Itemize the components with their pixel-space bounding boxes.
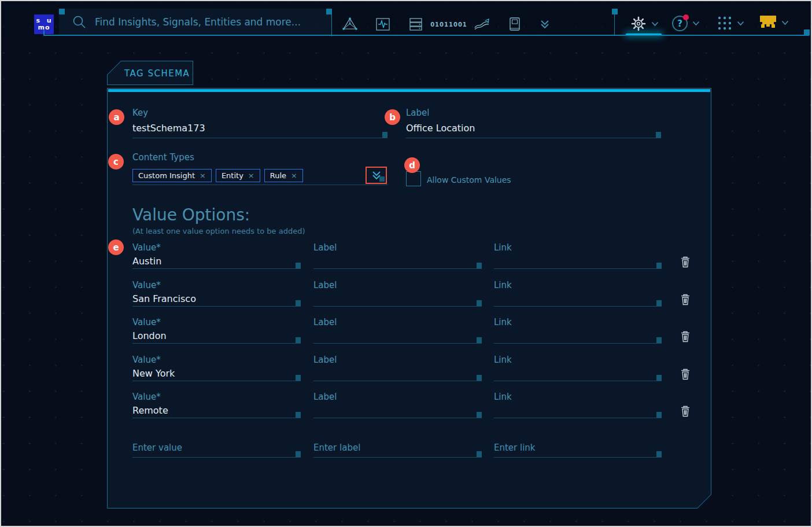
new-value-input[interactable]: Enter value <box>132 443 182 453</box>
input-resize-handle[interactable] <box>296 375 301 381</box>
chevron-down-icon <box>737 21 744 26</box>
value-option-row: Value* Austin Label Link <box>132 242 696 276</box>
value-input[interactable]: Austin <box>132 256 161 267</box>
input-resize-handle[interactable] <box>656 412 662 418</box>
input-resize-handle[interactable] <box>656 300 662 306</box>
book-icon[interactable] <box>506 14 523 34</box>
double-chevron-down-icon[interactable] <box>539 14 551 34</box>
tab-label: TAG SCHEMA <box>124 68 190 79</box>
global-search <box>59 9 332 35</box>
label-column: Label <box>313 392 482 425</box>
app-screen: s u mo 0101 1001 <box>1 1 811 526</box>
label-header: Label <box>313 392 482 402</box>
value-input[interactable]: Remote <box>132 405 168 416</box>
new-label-input[interactable]: Enter label <box>313 443 360 453</box>
label-input[interactable]: Office Location <box>406 123 475 134</box>
apps-grid-icon <box>717 16 732 31</box>
link-column: Link <box>494 242 662 276</box>
link-header: Link <box>494 355 662 365</box>
input-resize-handle[interactable] <box>656 451 662 457</box>
input-resize-handle[interactable] <box>477 263 482 268</box>
input-resize-handle[interactable] <box>382 132 387 138</box>
value-column: Value* New York <box>132 355 301 388</box>
input-underline <box>494 268 662 269</box>
value-header: Value* <box>132 242 301 253</box>
chip-rule[interactable]: Rule × <box>264 169 303 182</box>
triangle-mesh-icon[interactable] <box>341 14 359 34</box>
value-header: Value* <box>132 317 301 327</box>
key-field: Key testSchema173 <box>132 108 387 118</box>
value-input[interactable]: San Francisco <box>132 293 196 304</box>
trend-chart-icon[interactable] <box>473 14 490 34</box>
input-resize-handle[interactable] <box>656 263 662 268</box>
settings-menu[interactable] <box>630 16 659 32</box>
search-input[interactable] <box>95 13 320 31</box>
delete-row-button[interactable] <box>680 367 692 381</box>
help-icon: ? <box>672 16 688 31</box>
binary-code-icon[interactable]: 0101 1001 <box>440 14 457 34</box>
input-underline <box>132 457 301 458</box>
value-input[interactable]: New York <box>132 368 175 379</box>
input-underline <box>313 306 482 307</box>
content-types-label: Content Types <box>132 152 387 163</box>
close-icon[interactable]: × <box>291 171 297 180</box>
value-input[interactable]: London <box>132 330 167 341</box>
value-option-row: Value* Remote Label Link <box>132 392 696 425</box>
value-column: Value* Austin <box>132 242 301 276</box>
delete-row-button[interactable] <box>680 404 692 418</box>
chip-entity[interactable]: Entity × <box>216 169 260 182</box>
label-field: Label Office Location <box>406 108 661 118</box>
server-stack-icon[interactable] <box>407 14 425 34</box>
chip-label: Entity <box>222 171 243 180</box>
input-resize-handle[interactable] <box>477 412 482 418</box>
key-input[interactable]: testSchema173 <box>132 123 205 134</box>
label-column: Label <box>313 280 482 314</box>
chip-label: Rule <box>270 171 286 180</box>
user-menu[interactable] <box>759 16 789 30</box>
input-underline <box>132 343 301 344</box>
input-resize-handle[interactable] <box>656 337 662 343</box>
help-question-mark: ? <box>677 19 682 29</box>
nav-border-accent <box>804 30 810 35</box>
input-resize-handle[interactable] <box>656 132 661 138</box>
label-header: Label <box>313 317 482 327</box>
label-label: Label <box>406 108 661 118</box>
top-navigation: s u mo 0101 1001 <box>1 1 811 37</box>
link-column: Link <box>494 280 662 314</box>
new-value-option-row: Enter value Enter label Enter link <box>132 438 696 467</box>
pulse-monitor-icon[interactable] <box>374 14 392 34</box>
delete-row-button[interactable] <box>680 255 692 269</box>
nav-divider-accent <box>612 9 618 14</box>
close-icon[interactable]: × <box>200 171 206 180</box>
input-underline <box>406 138 661 138</box>
link-header: Link <box>494 317 662 327</box>
input-underline <box>494 306 662 307</box>
input-resize-handle[interactable] <box>477 375 482 381</box>
input-resize-handle[interactable] <box>296 451 301 457</box>
nav-divider-line <box>614 14 615 35</box>
chip-custom-insight[interactable]: Custom Insight × <box>132 169 212 182</box>
input-underline <box>313 457 482 458</box>
input-resize-handle[interactable] <box>656 375 662 381</box>
new-link-input[interactable]: Enter link <box>494 443 536 453</box>
close-icon[interactable]: × <box>248 171 254 180</box>
input-resize-handle[interactable] <box>477 451 482 457</box>
input-resize-handle[interactable] <box>477 337 482 343</box>
input-resize-handle[interactable] <box>296 412 301 418</box>
tab-tag-schema[interactable]: TAG SCHEMA <box>107 61 193 85</box>
allow-custom-values-checkbox[interactable] <box>406 171 421 186</box>
input-underline <box>494 343 662 344</box>
input-resize-handle[interactable] <box>296 263 301 268</box>
delete-row-button[interactable] <box>680 293 692 307</box>
apps-menu[interactable] <box>717 16 744 31</box>
label-header: Label <box>313 242 482 253</box>
input-resize-handle[interactable] <box>296 337 301 343</box>
input-resize-handle[interactable] <box>477 300 482 306</box>
annotation-marker-d: d <box>404 157 420 173</box>
input-resize-handle[interactable] <box>379 176 385 182</box>
chip-label: Custom Insight <box>138 171 195 180</box>
help-menu[interactable]: ? <box>672 16 700 31</box>
input-resize-handle[interactable] <box>296 300 301 306</box>
delete-row-button[interactable] <box>680 330 692 344</box>
annotation-marker-c: c <box>108 154 124 169</box>
